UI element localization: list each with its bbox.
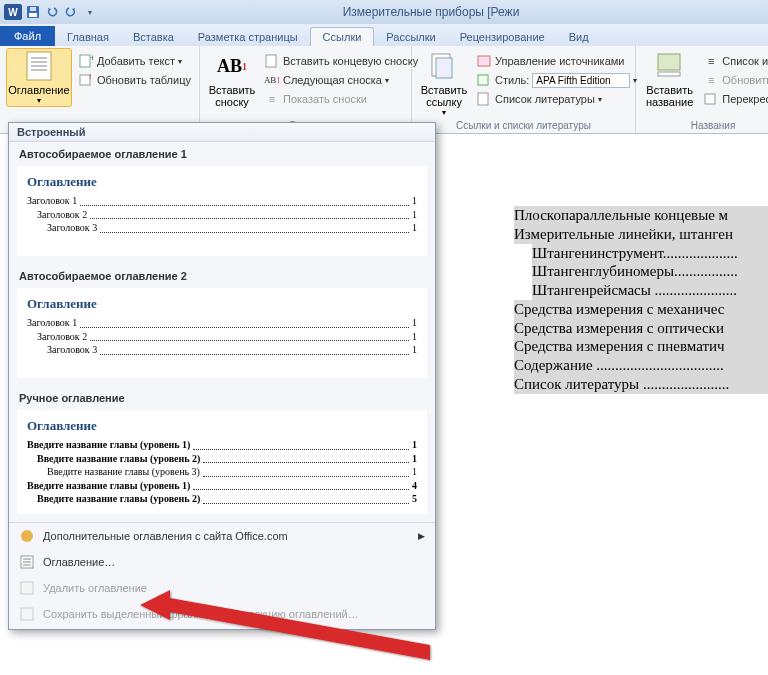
manage-sources-button[interactable]: Управление источниками [474, 52, 639, 70]
citation-icon [428, 50, 460, 82]
tab-mailings[interactable]: Рассылки [374, 28, 447, 46]
insert-caption-button[interactable]: Вставить название [642, 48, 697, 110]
svg-text:!: ! [89, 73, 91, 81]
tab-insert[interactable]: Вставка [121, 28, 186, 46]
footnote-icon: AB1 [216, 50, 248, 82]
group-captions-label: Названия [636, 120, 768, 131]
bibliography-button[interactable]: Список литературы ▾ [474, 90, 639, 108]
tab-home[interactable]: Главная [55, 28, 121, 46]
doc-line[interactable]: Штангенрейсмасы ...................... [532, 281, 768, 300]
insert-citation-button[interactable]: Вставить ссылку ▾ [418, 48, 470, 119]
doc-line[interactable]: Штангенинструмент.................... [532, 244, 768, 263]
dd-header-builtin: Встроенный [9, 123, 435, 142]
biblio-icon [476, 91, 492, 107]
doc-line[interactable]: Плоскопараллельные концевые м [514, 206, 768, 225]
insert-footnote-button[interactable]: AB1 Вставить сноску [206, 48, 258, 110]
title-bar: W ▾ Измерительные приборы [Режи [0, 0, 768, 24]
dd-insert-toc[interactable]: Оглавление… [9, 549, 435, 575]
svg-rect-26 [21, 582, 33, 594]
svg-rect-18 [658, 54, 680, 70]
doc-line[interactable]: Список литературы ......................… [514, 375, 768, 394]
endnote-icon [264, 53, 280, 69]
tab-references[interactable]: Ссылки [310, 27, 375, 46]
group-citations: Вставить ссылку ▾ Управление источниками… [412, 46, 636, 133]
tab-file[interactable]: Файл [0, 26, 55, 46]
doc-line[interactable]: Измерительные линейки, штанген [514, 225, 768, 244]
svg-rect-8 [80, 55, 90, 67]
crossref-icon [703, 91, 719, 107]
dd-more-office[interactable]: Дополнительные оглавления с сайта Office… [9, 523, 435, 549]
toc-preview-auto1[interactable]: Оглавление Заголовок 11 Заголовок 21 Заг… [17, 166, 427, 256]
document-body[interactable]: Плоскопараллельные концевые м Измеритель… [426, 134, 768, 675]
qat-dropdown-icon[interactable]: ▾ [82, 4, 98, 20]
quick-access-toolbar: W ▾ [4, 4, 98, 20]
svg-rect-15 [478, 56, 490, 66]
toc-preview-auto2[interactable]: Оглавление Заголовок 11 Заголовок 21 Заг… [17, 288, 427, 378]
svg-rect-27 [21, 608, 33, 620]
chevron-right-icon: ▶ [418, 531, 425, 541]
svg-rect-14 [436, 58, 452, 78]
svg-rect-17 [478, 93, 488, 105]
undo-icon[interactable] [44, 4, 60, 20]
toc-icon [23, 50, 55, 82]
remove-icon [19, 580, 35, 596]
add-text-icon: + [78, 53, 94, 69]
tab-layout[interactable]: Разметка страницы [186, 28, 310, 46]
ribbon-tabs: Файл Главная Вставка Разметка страницы С… [0, 24, 768, 46]
style-icon [476, 72, 492, 88]
svg-point-21 [21, 530, 33, 542]
ribbon: Оглавление ▾ +Добавить текст ▾ !Обновить… [0, 46, 768, 134]
toc-preview-manual[interactable]: Оглавление Введите название главы (урове… [17, 410, 427, 514]
office-icon [19, 528, 35, 544]
toc-dropdown: Встроенный Автособираемое оглавление 1 О… [8, 122, 436, 630]
doc-line[interactable]: Штангенглубиномеры................. [532, 262, 768, 281]
chevron-down-icon: ▾ [37, 96, 41, 105]
illus-list-button[interactable]: ≡Список илл [701, 52, 768, 70]
save-sel-icon [19, 606, 35, 622]
dd-auto2-title[interactable]: Автособираемое оглавление 2 [9, 264, 435, 286]
style-selector[interactable]: Стиль: ▾ [474, 71, 639, 89]
insert-endnote-button[interactable]: Вставить концевую сноску [262, 52, 420, 70]
toc-button[interactable]: Оглавление ▾ [6, 48, 72, 107]
word-app-icon: W [4, 4, 22, 20]
svg-rect-12 [266, 55, 276, 67]
svg-rect-2 [30, 7, 36, 11]
doc-line[interactable]: Средства измерения с механичес [514, 300, 768, 319]
list-icon: ≡ [703, 53, 719, 69]
dd-manual-title[interactable]: Ручное оглавление [9, 386, 435, 408]
doc-line[interactable]: Средства измерения с оптически [514, 319, 768, 338]
crossref-button[interactable]: Перекрестн [701, 90, 768, 108]
doc-line[interactable]: Содержание .............................… [514, 356, 768, 375]
show-notes-button: ≡Показать сноски [262, 90, 420, 108]
toc-small-icon [19, 554, 35, 570]
svg-rect-20 [705, 94, 715, 104]
svg-rect-19 [658, 72, 680, 76]
doc-line[interactable]: Средства измерения с пневматич [514, 337, 768, 356]
sources-icon [476, 53, 492, 69]
group-footnotes: AB1 Вставить сноску Вставить концевую сн… [200, 46, 412, 133]
group-toc: Оглавление ▾ +Добавить текст ▾ !Обновить… [0, 46, 200, 133]
svg-text:+: + [90, 54, 93, 63]
dd-remove-toc: Удалить оглавление [9, 575, 435, 601]
update-table-button[interactable]: !Обновить таблицу [76, 71, 193, 89]
update-icon: ! [78, 72, 94, 88]
svg-rect-1 [29, 13, 37, 17]
next-footnote-button[interactable]: AB1Следующая сноска ▾ [262, 71, 420, 89]
group-captions: Вставить название ≡Список илл ≡Обновить … [636, 46, 768, 133]
style-input[interactable] [532, 73, 630, 88]
redo-icon[interactable] [63, 4, 79, 20]
dd-auto1-title[interactable]: Автособираемое оглавление 1 [9, 142, 435, 164]
update-table2-button: ≡Обновить т [701, 71, 768, 89]
next-footnote-icon: AB1 [264, 72, 280, 88]
group-citations-label: Ссылки и списки литературы [412, 120, 635, 131]
caption-icon [654, 50, 686, 82]
show-notes-icon: ≡ [264, 91, 280, 107]
svg-rect-16 [478, 75, 488, 85]
tab-review[interactable]: Рецензирование [448, 28, 557, 46]
toc-button-label: Оглавление [8, 84, 69, 96]
tab-view[interactable]: Вид [557, 28, 601, 46]
save-icon[interactable] [25, 4, 41, 20]
add-text-button[interactable]: +Добавить текст ▾ [76, 52, 193, 70]
window-title: Измерительные приборы [Режи [98, 5, 764, 19]
dd-save-selection: Сохранить выделенный фрагмент в коллекци… [9, 601, 435, 627]
